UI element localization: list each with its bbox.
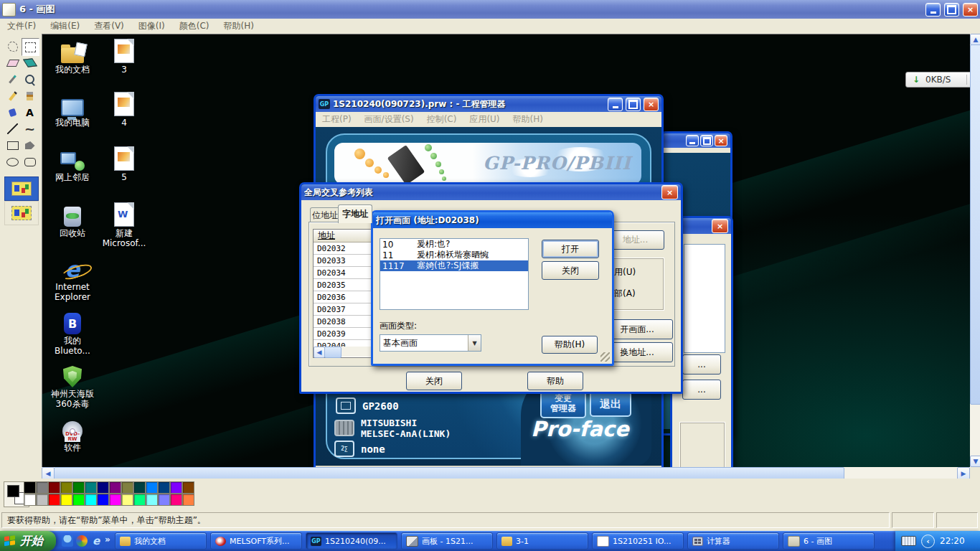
selection-option-opaque[interactable] (4, 176, 39, 201)
start-button[interactable]: 开始 (0, 531, 56, 551)
keyboard-icon[interactable] (901, 536, 916, 546)
close-icon[interactable]: × (712, 219, 728, 233)
address-row[interactable]: D02035 (314, 279, 372, 291)
task-calculator[interactable]: 计算器 (687, 532, 779, 550)
scroll-left-icon[interactable]: ◀ (314, 347, 325, 358)
task-paint[interactable]: 6 - 画图 (783, 532, 875, 550)
menu-control[interactable]: 控制(C) (420, 113, 463, 126)
desktop-icon-internet-explorer[interactable]: e Internet Explorer (42, 253, 103, 302)
tab-bit-address[interactable]: 位地址 (310, 207, 340, 223)
scroll-up-icon[interactable]: ▲ (970, 34, 980, 45)
color-swatch[interactable] (121, 481, 133, 494)
menu-help[interactable]: 帮助(H) (216, 20, 260, 32)
color-swatch[interactable] (121, 494, 133, 506)
screen-list-item[interactable]: 10爰枂:也? (380, 239, 528, 250)
color-swatch[interactable] (133, 494, 146, 506)
address-row[interactable]: D02036 (314, 291, 372, 303)
open-button[interactable]: 打开 (542, 240, 599, 258)
board-window-titlebar[interactable]: × (662, 133, 730, 148)
selection-option-transparent[interactable] (4, 201, 39, 225)
address-column-header[interactable]: 地址 (314, 230, 372, 242)
tool-line-icon[interactable] (4, 121, 21, 137)
color-swatch[interactable] (48, 481, 60, 494)
tool-airbrush-icon[interactable] (4, 104, 21, 121)
resize-grip[interactable] (600, 352, 610, 362)
menu-view[interactable]: 查看(V) (87, 20, 131, 32)
task-melsoft[interactable]: MELSOFT系列... (210, 532, 302, 550)
color-swatch[interactable] (85, 481, 97, 494)
task-1s210240[interactable]: GP 1S210240(09... (306, 532, 397, 550)
screen-list-item[interactable]: 11爰枂:棉袄堦寨晒惋 (380, 250, 528, 260)
task-1s210251-io[interactable]: 1S210251 IO... (592, 532, 684, 550)
color-swatch[interactable] (85, 494, 97, 506)
minimize-icon[interactable] (608, 98, 623, 111)
tool-text-icon[interactable]: A (22, 104, 38, 121)
clock[interactable]: 22:20 (940, 536, 965, 546)
color-swatch[interactable] (72, 481, 85, 494)
tool-curve-icon[interactable]: ~ (22, 121, 38, 137)
menu-colors[interactable]: 颜色(C) (172, 20, 217, 32)
minimize-icon[interactable] (686, 135, 699, 146)
task-folder-3-1[interactable]: 3-1 (496, 532, 588, 550)
menu-file[interactable]: 文件(F) (0, 20, 43, 32)
address-row[interactable]: D02039 (314, 328, 372, 340)
net-speed-widget[interactable]: ↓ 0KB/S (905, 72, 970, 88)
task-my-documents[interactable]: 我的文档 (115, 532, 207, 550)
tab-word-address[interactable]: 字地址 (338, 204, 372, 223)
tool-free-select-icon[interactable] (4, 38, 21, 55)
color-swatch[interactable] (24, 481, 36, 494)
crossref-close-button[interactable]: 关闭 (406, 372, 462, 390)
color-swatch[interactable] (97, 481, 109, 494)
tool-magnifier-icon[interactable] (22, 71, 38, 88)
exit-button[interactable]: 退出 (590, 391, 631, 417)
address-row[interactable]: D02032 (314, 242, 372, 255)
address-list-hscrollbar[interactable]: ◀ (314, 347, 371, 357)
color-swatch[interactable] (97, 494, 109, 506)
open-dialog-close-button[interactable]: 关闭 (542, 261, 599, 280)
address-row[interactable]: D02033 (314, 255, 372, 267)
tool-select-icon[interactable] (22, 38, 39, 56)
menu-project[interactable]: 工程(P) (316, 113, 358, 126)
color-swatch[interactable] (146, 481, 158, 494)
option-all-fragment[interactable]: 部(A) (614, 288, 636, 300)
open-dialog-help-button[interactable]: 帮助(H) (542, 336, 598, 354)
crossref-help-button[interactable]: 帮助 (527, 372, 583, 390)
language-bar-icon[interactable]: ‹ (921, 534, 935, 548)
close-icon[interactable]: × (661, 185, 678, 199)
desktop-icon-bluetooth[interactable]: B 我的 Blueto... (42, 307, 103, 356)
canvas-hscrollbar[interactable]: ◀ ▶ (42, 467, 970, 479)
quicklaunch-ie-icon[interactable]: e (90, 535, 102, 547)
menu-screen-setup[interactable]: 画面/设置(S) (358, 113, 420, 126)
option-use-fragment[interactable]: 用(U) (614, 266, 636, 278)
minimize-icon[interactable] (925, 3, 941, 17)
tool-ellipse-icon[interactable] (4, 154, 21, 170)
desktop-icon-file-4[interactable]: 4 (93, 89, 155, 128)
color-swatch[interactable] (24, 494, 36, 506)
tool-brush-icon[interactable] (22, 88, 38, 104)
address-row[interactable]: D02034 (314, 267, 372, 279)
tool-rounded-rectangle-icon[interactable] (22, 154, 38, 170)
color-swatch[interactable] (182, 494, 194, 506)
tool-color-picker-icon[interactable] (4, 71, 21, 88)
color-swatch[interactable] (48, 494, 60, 506)
screen-list-item-selected[interactable]: 1117塞婍(也?:SJ馃搬 (380, 260, 528, 271)
color-swatch[interactable] (60, 481, 72, 494)
tool-eraser-icon[interactable] (4, 55, 21, 71)
color-swatch[interactable] (170, 481, 182, 494)
desktop-icon-360-antivirus[interactable]: 神州天海版 360杀毒 (42, 360, 103, 409)
address-button-fragment[interactable]: 地址... (606, 230, 664, 250)
address-row[interactable]: D02037 (314, 303, 372, 316)
tool-rectangle-icon[interactable] (4, 137, 21, 154)
side-dialog-list-fragment[interactable] (684, 244, 725, 353)
side-dialog-button-2[interactable]: ... (682, 380, 721, 400)
color-swatch[interactable] (170, 494, 182, 506)
maximize-icon[interactable] (700, 135, 713, 146)
desktop-icon-file-3[interactable]: 3 (93, 36, 155, 75)
chevron-down-icon[interactable]: ▼ (468, 335, 481, 351)
color-swatch[interactable] (158, 494, 170, 506)
screen-type-combobox[interactable]: 基本画面 ▼ (380, 334, 481, 352)
tool-fill-icon[interactable] (22, 55, 38, 71)
tool-polygon-icon[interactable] (22, 137, 38, 154)
color-swatch[interactable] (158, 481, 170, 494)
open-screen-titlebar[interactable]: 打开画面 (地址:D02038) (373, 212, 612, 228)
